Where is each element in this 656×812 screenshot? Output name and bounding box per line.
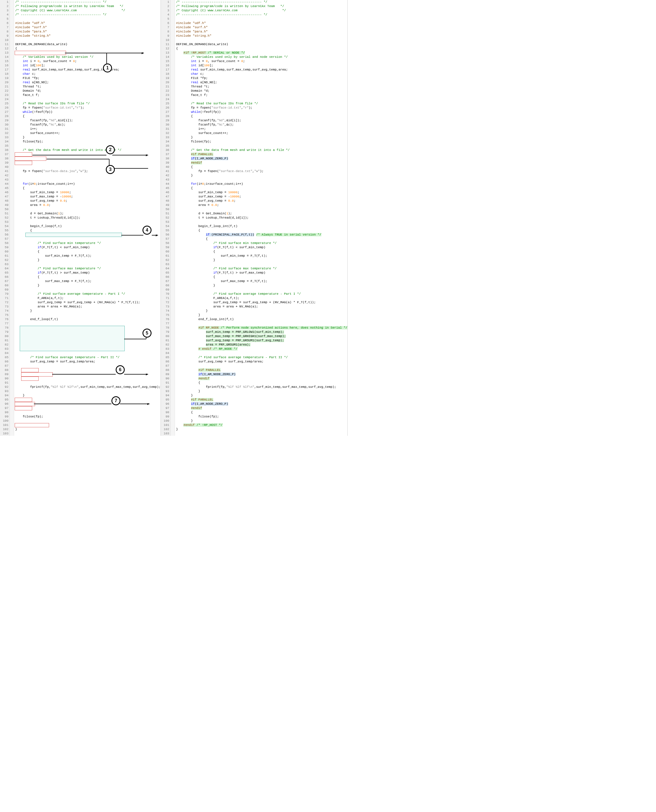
- code-line[interactable]: {: [15, 46, 161, 51]
- code-line[interactable]: /* Following program/code is written by …: [176, 4, 347, 8]
- code-line[interactable]: int i = 0, surface_count = 0;: [15, 59, 161, 63]
- code-line[interactable]: /* -------------------------------------…: [176, 13, 347, 17]
- code-line[interactable]: #if PARALLEL: [176, 398, 347, 402]
- code-line[interactable]: for(i=0;i<surface_count;i++): [176, 182, 347, 186]
- code-line[interactable]: [15, 161, 161, 165]
- code-line[interactable]: /* Copyright (C) www.LearnCAx.com */: [15, 8, 161, 13]
- code-line[interactable]: surf_min_temp = 10000;: [176, 190, 347, 195]
- code-line[interactable]: [15, 38, 161, 42]
- code-line[interactable]: fp = fopen("surface-data.jou","w");: [15, 169, 161, 173]
- code-line[interactable]: {: [15, 228, 161, 233]
- code-line[interactable]: /* Find surface min temperature */: [15, 241, 161, 245]
- code-line[interactable]: /* Read the surface IDs from file */: [176, 102, 347, 106]
- code-line[interactable]: }: [15, 284, 161, 288]
- code-line[interactable]: while(!feof(fp)): [15, 110, 161, 114]
- code-line[interactable]: real a[ND_ND];: [15, 80, 161, 85]
- code-line[interactable]: fclose(fp);: [176, 140, 347, 144]
- code-line[interactable]: /* Find surface min temperature */: [176, 241, 347, 245]
- code-line[interactable]: #include "udf.h": [15, 21, 161, 25]
- code-line[interactable]: real surf_min_temp,surf_max_temp,surf_av…: [15, 68, 161, 72]
- code-line[interactable]: /* Variables used by serial version */: [15, 55, 161, 59]
- code-line[interactable]: fclose(fp);: [15, 140, 161, 144]
- code-line[interactable]: area = PRF_GRSUM1(area);: [176, 343, 347, 347]
- code-line[interactable]: surf_avg_temp = surf_avg_temp/area;: [176, 360, 347, 364]
- code-line[interactable]: {: [176, 381, 347, 385]
- code-line[interactable]: }: [176, 173, 347, 178]
- code-line[interactable]: int id[100];: [15, 63, 161, 68]
- code-line[interactable]: DEFINE_ON_DEMAND(data_write): [176, 42, 347, 46]
- code-line[interactable]: Thread *t;: [176, 85, 347, 89]
- code-line[interactable]: #if PARALLEL: [176, 152, 347, 156]
- code-line[interactable]: surf_avg_temp = 0.0;: [176, 199, 347, 203]
- code-line[interactable]: {: [176, 275, 347, 279]
- code-line[interactable]: /* Copyright (C) www.LearnCAx.com */: [176, 8, 347, 13]
- code-line[interactable]: [15, 419, 161, 423]
- code-line[interactable]: if(F_T(f,t) > surf_max_temp): [176, 271, 347, 275]
- code-line[interactable]: }: [15, 258, 161, 262]
- code-line[interactable]: [15, 351, 161, 355]
- code-line[interactable]: {: [15, 250, 161, 254]
- code-line[interactable]: /* Following program/code is written by …: [15, 4, 161, 8]
- code-line[interactable]: [176, 178, 347, 182]
- code-line[interactable]: fprintf(fp,"%lf %lf %lf\n",surf_min_temp…: [15, 385, 161, 389]
- code-line[interactable]: char c;: [176, 72, 347, 76]
- code-line[interactable]: end_f_loop_int(f,t): [176, 317, 347, 321]
- code-line[interactable]: [176, 144, 347, 148]
- code-line[interactable]: [15, 411, 161, 415]
- code-line[interactable]: fscanf(fp,"%d",&id[i]);: [176, 119, 347, 123]
- code-line[interactable]: # endif /* RP_NODE */: [176, 347, 347, 351]
- code-line[interactable]: #if RP_NODE /* Perform node synchronized…: [176, 326, 347, 330]
- code-line[interactable]: fp = fopen("surface-id.txt","r");: [176, 106, 347, 110]
- code-line[interactable]: fclose(fp);: [176, 415, 347, 419]
- code-line[interactable]: /* -------------------------------------…: [176, 0, 347, 4]
- code-line[interactable]: [15, 398, 161, 402]
- code-line[interactable]: if(F_T(f,t) < surf_min_temp): [15, 245, 161, 250]
- code-line[interactable]: {: [176, 114, 347, 119]
- code-line[interactable]: /* Read the surface IDs from file */: [15, 102, 161, 106]
- code-line[interactable]: end_f_loop(f,t): [15, 317, 161, 321]
- code-line[interactable]: F_AREA(a,f,t);: [15, 296, 161, 300]
- code-line[interactable]: /* Get the data from mesh and write it i…: [15, 148, 161, 152]
- code-line[interactable]: /* Find surface max temperature */: [15, 267, 161, 271]
- code-line[interactable]: int id[100];: [176, 63, 347, 68]
- code-line[interactable]: {: [176, 411, 347, 415]
- code-line[interactable]: [15, 313, 161, 317]
- code-line[interactable]: [176, 17, 347, 21]
- code-line[interactable]: while(!feof(fp)): [176, 110, 347, 114]
- code-line[interactable]: real a[ND_ND];: [176, 80, 347, 85]
- code-line[interactable]: surf_avg_temp = surf_avg_temp + (NV_MAG(…: [176, 300, 347, 305]
- code-line[interactable]: [15, 173, 161, 178]
- code-line[interactable]: if(I_AM_NODE_ZERO_P): [176, 402, 347, 406]
- code-line[interactable]: for(i=0;i<surface_count;i++): [15, 182, 161, 186]
- code-line[interactable]: /* -------------------------------------…: [15, 0, 161, 4]
- code-line[interactable]: fscanf(fp,"%c",&c);: [15, 123, 161, 127]
- code-line[interactable]: #include "para.h": [15, 29, 161, 34]
- code-line[interactable]: fclose(fp);: [15, 415, 161, 419]
- code-line[interactable]: [176, 262, 347, 267]
- code-line[interactable]: [15, 402, 161, 406]
- code-line[interactable]: char c;: [15, 72, 161, 76]
- code-line[interactable]: surf_min_temp = F_T(f,t);: [15, 254, 161, 258]
- code-line[interactable]: i++;: [15, 127, 161, 131]
- code-line[interactable]: surf_avg_temp = 0.0;: [15, 199, 161, 203]
- code-line[interactable]: face_t f;: [15, 93, 161, 97]
- code-line[interactable]: if(F_T(f,t) < surf_min_temp): [176, 245, 347, 250]
- code-line[interactable]: #if PARALLEL: [176, 368, 347, 372]
- code-line[interactable]: if (PRINCIPAL_FACE_P(f,t)) /* Always TRU…: [176, 233, 347, 237]
- code-line[interactable]: #endif: [176, 377, 347, 381]
- code-line[interactable]: {: [176, 46, 347, 51]
- code-line[interactable]: }: [176, 394, 347, 398]
- code-line[interactable]: {: [176, 186, 347, 190]
- code-line[interactable]: #include "para.h": [176, 29, 347, 34]
- code-line[interactable]: [176, 432, 347, 436]
- code-line[interactable]: #endif: [176, 161, 347, 165]
- code-line[interactable]: fp = fopen("surface-data.txt","w");: [176, 169, 347, 173]
- code-line[interactable]: FILE *fp;: [15, 76, 161, 80]
- code-line[interactable]: if(I_AM_NODE_ZERO_P): [176, 372, 347, 377]
- code-line[interactable]: /* Variables used only by serial and nod…: [176, 55, 347, 59]
- code-line[interactable]: i++;: [176, 127, 347, 131]
- code-line[interactable]: face_t f;: [176, 93, 347, 97]
- code-line[interactable]: [15, 178, 161, 182]
- code-line[interactable]: /* Find surface average temperature - Pa…: [176, 355, 347, 360]
- code-line[interactable]: t = Lookup_Thread(d,id[i]);: [15, 216, 161, 220]
